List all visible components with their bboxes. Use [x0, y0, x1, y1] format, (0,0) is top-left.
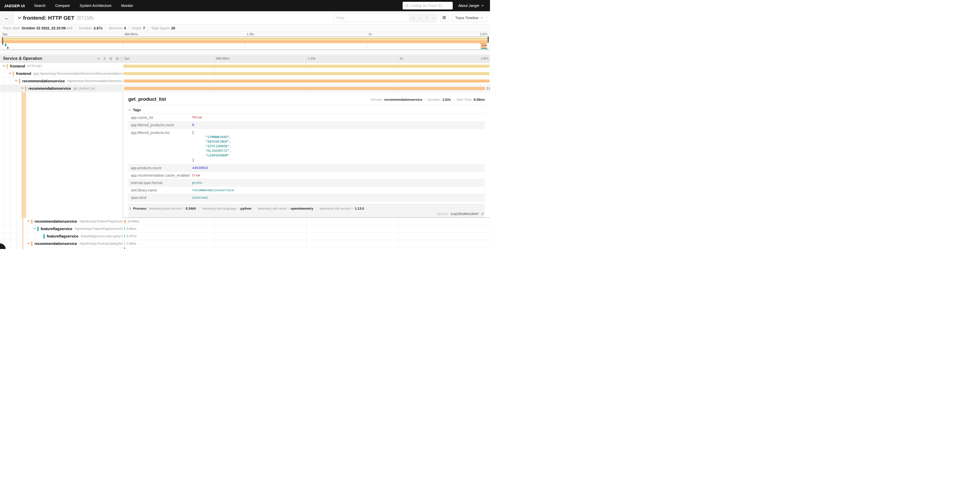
span-row-name-column[interactable]: featureflagservicefeatureflagservice.rep…: [0, 233, 123, 240]
span-row[interactable]: recommendationservice/hipstershop.Featur…: [0, 218, 490, 225]
expand-all-icon[interactable]: [116, 57, 119, 60]
tags-section-toggle[interactable]: Tags: [128, 108, 485, 112]
span-bar[interactable]: [123, 72, 490, 75]
clear-find-icon[interactable]: ×: [430, 16, 436, 20]
span-row-timeline[interactable]: 2.62s: [123, 85, 490, 92]
service-name: featureflagservice: [41, 227, 72, 231]
span-row-timeline[interactable]: 3.68ms: [123, 225, 490, 233]
next-match-icon[interactable]: ∨: [423, 16, 430, 20]
find-input[interactable]: [334, 14, 409, 22]
trace-collapse-toggle[interactable]: [18, 17, 21, 19]
tag-value: 8: [192, 123, 194, 127]
span-row[interactable]: featureflagservice/hipstershop.FeatureFl…: [0, 225, 490, 233]
span-bar[interactable]: [124, 87, 485, 90]
timeline-minimap: 0μs666.89ms1.33s2s2.67s: [0, 32, 490, 55]
span-row-timeline[interactable]: 14.49ms: [123, 218, 490, 225]
prev-match-icon[interactable]: ∧: [417, 16, 423, 20]
summary-total-spans: Total Spans 20: [151, 26, 175, 30]
column-resizer[interactable]: [121, 57, 122, 60]
service-name: recommendationservice: [35, 242, 77, 246]
expand-one-icon[interactable]: [103, 57, 106, 60]
span-row[interactable]: recommendationservice/hipstershop.Produc…: [0, 240, 490, 247]
span-row-timeline[interactable]: 1.04ms: [123, 240, 490, 247]
minimap-canvas[interactable]: [1, 37, 489, 50]
collapse-all-icon[interactable]: [109, 57, 112, 60]
span-bar[interactable]: [124, 220, 126, 223]
app-logo[interactable]: JAEGER UI: [0, 3, 29, 8]
trace-view-selector[interactable]: Trace Timeline: [452, 14, 487, 22]
span-row-name-column[interactable]: recommendationserviceget_product_list: [0, 85, 123, 92]
span-bar[interactable]: [124, 80, 490, 83]
service-color-strip: [25, 86, 26, 91]
tag-key: app.recommendation.cache_enabled: [128, 173, 192, 177]
span-duration-label: 14.49ms: [127, 220, 139, 223]
span-row-timeline[interactable]: [123, 77, 490, 85]
span-row-name-column[interactable]: frontendgrpc.hipstershop.RecommendationS…: [0, 70, 123, 77]
span-row[interactable]: frontendHTTP GET: [0, 63, 490, 70]
expand-chevron-icon[interactable]: [27, 220, 30, 222]
tree-guide: [35, 247, 35, 249]
minimap-drag-handle-left[interactable]: [2, 37, 3, 45]
tag-row: app.recommendation.cache_enabledtrue: [128, 172, 485, 179]
process-row[interactable]: Process: telemetry.auto.version=0.34b0te…: [128, 207, 485, 211]
span-row[interactable]: recommendationserviceget_product_list2.6…: [0, 85, 490, 92]
span-row[interactable]: frontendgrpc.hipstershop.RecommendationS…: [0, 70, 490, 77]
span-row[interactable]: featureflagservicefeatureflagservice.rep…: [0, 233, 490, 240]
trace-lookup-input[interactable]: [410, 3, 450, 8]
span-duration-label: 3.47ms: [126, 235, 137, 238]
span-row-timeline[interactable]: [123, 247, 490, 249]
span-row-timeline[interactable]: [123, 63, 490, 70]
span-row-name-column[interactable]: recommendationservice/hipstershop.Featur…: [0, 218, 123, 225]
tree-guide: [16, 92, 17, 218]
span-row-name-column[interactable]: recommendationservice/hipstershop.Recomm…: [0, 77, 123, 85]
minimap-tick: 666.89ms: [125, 32, 138, 36]
nav-item-monitor[interactable]: Monitor: [116, 3, 138, 8]
span-bar[interactable]: [123, 65, 490, 68]
span-row-timeline[interactable]: [123, 70, 490, 77]
span-bar[interactable]: [124, 247, 125, 249]
span-row-name-column[interactable]: recommendationservice/hipstershop.Produc…: [0, 240, 123, 247]
expand-chevron-icon[interactable]: [27, 243, 30, 244]
span-bar[interactable]: [124, 242, 125, 245]
minimap-drag-handle-right[interactable]: [488, 37, 489, 42]
tag-key: internal.span.format: [128, 181, 192, 185]
span-row[interactable]: [0, 247, 490, 249]
focus-match-icon[interactable]: ◎: [409, 16, 417, 20]
nav-item-compare[interactable]: Compare: [50, 3, 75, 8]
tree-guide: [10, 233, 11, 240]
tags-section-label: Tags: [133, 108, 141, 112]
process-tag: telemetry.auto.version=0.34b0: [149, 207, 196, 211]
keyboard-shortcuts-button[interactable]: ⌘: [440, 14, 449, 22]
minimap-span-recommendation: [1, 40, 488, 43]
expand-chevron-icon[interactable]: [15, 80, 18, 81]
nav-item-search[interactable]: Search: [29, 3, 50, 8]
span-bar[interactable]: [124, 235, 125, 238]
span-id-value: 1ca2262df0e18447: [450, 212, 479, 216]
service-name: recommendationservice: [22, 79, 65, 83]
span-detail-row: get_product_list Service: recommendation…: [0, 92, 490, 218]
expand-chevron-icon[interactable]: [9, 72, 11, 74]
about-jaeger-menu[interactable]: About Jaeger: [458, 3, 484, 8]
back-button[interactable]: ←: [0, 11, 14, 24]
span-row-name-column[interactable]: frontendHTTP GET: [0, 63, 123, 70]
span-row-name-column[interactable]: featureflagservice/hipstershop.FeatureFl…: [0, 225, 123, 233]
collapse-one-icon[interactable]: [97, 57, 100, 60]
span-detail-card: get_product_list Service: recommendation…: [123, 92, 490, 218]
span-operation-title: get_product_list: [128, 96, 166, 102]
span-row-name-column[interactable]: [0, 247, 123, 249]
trace-summary-bar: Trace Start October 22 2022, 22:10:09 .5…: [0, 24, 490, 32]
nav-item-system-architecture[interactable]: System Architecture: [75, 3, 116, 8]
span-row-timeline[interactable]: 3.47ms: [123, 233, 490, 240]
trace-id-short: 2f715fb: [76, 15, 94, 21]
chevron-down-icon: [128, 109, 131, 111]
span-duration-label: 1.04ms: [126, 242, 136, 246]
expand-chevron-icon[interactable]: [3, 65, 5, 67]
find-controls: ◎ ∧ ∨ ×: [409, 14, 436, 22]
tag-key: app.cache_hit: [128, 115, 192, 120]
service-name: recommendationservice: [35, 219, 77, 223]
link-icon[interactable]: [480, 212, 484, 216]
span-row[interactable]: recommendationservice/hipstershop.Recomm…: [0, 77, 490, 85]
span-bar[interactable]: [124, 227, 125, 230]
expand-chevron-icon[interactable]: [33, 228, 36, 229]
expand-chevron-icon[interactable]: [21, 87, 24, 89]
